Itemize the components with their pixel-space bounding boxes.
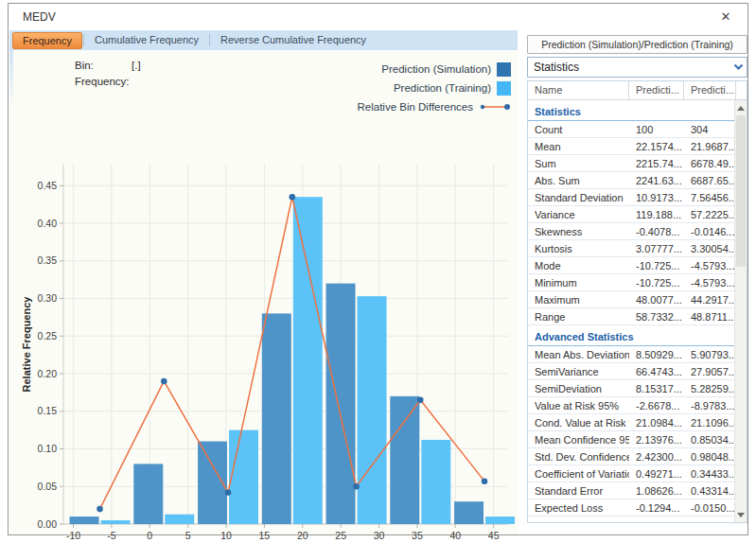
diff-point[interactable] (289, 194, 295, 201)
stat-name-cell: Standard Error (528, 485, 629, 497)
train-bar[interactable] (165, 515, 194, 524)
chart-legend: Prediction (Simulation)Prediction (Train… (303, 60, 511, 116)
table-row[interactable]: Count100304 (528, 121, 734, 138)
stat-name-cell: Abs. Sum (528, 175, 629, 186)
stat-value-cell: 7.56456... (684, 192, 734, 203)
tab-reverse-cumulative-frequency[interactable]: Reverse Cumulative Frequency (211, 32, 376, 48)
scroll-down-icon[interactable] (735, 508, 747, 521)
sim-bar[interactable] (390, 396, 419, 524)
stat-value-cell: 5.90793... (684, 349, 734, 360)
table-row[interactable]: Maximum48.0077...44.2917... (528, 291, 734, 308)
stat-value-cell: -2.6678... (629, 400, 684, 412)
sim-bar[interactable] (262, 313, 291, 524)
train-bar[interactable] (421, 440, 450, 524)
train-bar[interactable] (229, 430, 258, 524)
column-header-1[interactable]: Predicti... (629, 81, 684, 99)
train-bar[interactable] (485, 517, 515, 524)
table-row[interactable]: Sum2215.74...6678.49... (528, 155, 734, 172)
table-row[interactable]: Abs. Sum2241.63...6687.65... (528, 172, 734, 189)
column-header-0[interactable]: Name (528, 81, 629, 99)
x-tick-label: 30 (374, 530, 385, 541)
train-bar[interactable] (358, 296, 387, 524)
x-tick-label: 45 (488, 530, 500, 541)
stat-value-cell: 0.85034... (684, 434, 734, 446)
stat-value-cell: 58.7332... (629, 311, 684, 323)
y-tick-label: 0.40 (38, 218, 58, 229)
table-row[interactable]: Std. Dev. Confidence ...2.42300...0.9804… (528, 448, 734, 465)
stat-value-cell: 0.34433... (684, 468, 734, 480)
diff-point[interactable] (161, 378, 167, 385)
sim-bar[interactable] (326, 284, 356, 524)
frequency-label: Frequency: (75, 76, 124, 87)
tab-frequency[interactable]: Frequency (12, 32, 82, 49)
stat-value-cell: 48.8711... (684, 311, 734, 323)
diff-point[interactable] (225, 489, 232, 496)
sim-bar[interactable] (454, 501, 483, 524)
table-row[interactable]: Skewness-0.4078...-0.0146... (528, 223, 734, 240)
stat-name-cell: Count (528, 124, 629, 135)
legend-item[interactable]: Relative Bin Differences (303, 97, 511, 116)
stat-value-cell: 2215.74... (629, 158, 684, 169)
table-row[interactable]: Variance119.188...57.2225... (528, 206, 734, 223)
diff-point[interactable] (482, 478, 488, 484)
frequency-chart: 0.000.050.100.150.200.250.300.350.400.45… (18, 154, 515, 543)
stat-name-cell: Kurtosis (528, 243, 629, 254)
sim-bar[interactable] (70, 517, 99, 524)
sim-bar[interactable] (133, 464, 163, 524)
column-header-2[interactable]: Predicti... (684, 81, 736, 99)
legend-item[interactable]: Prediction (Training) (303, 79, 511, 97)
chevron-down-icon[interactable] (730, 63, 747, 71)
stat-value-cell: 48.0077... (629, 294, 684, 306)
table-row[interactable]: Kurtosis3.07777...3.30054... (528, 240, 734, 257)
table-row[interactable]: Standard Error1.08626...0.43314... (528, 482, 734, 499)
table-row[interactable]: Minimum-10.725...-4.5793... (528, 274, 734, 291)
table-row[interactable]: Cond. Value at Risk 9...21.0984...21.109… (528, 414, 734, 431)
legend-label: Relative Bin Differences (357, 101, 473, 113)
prediction-header-button[interactable]: Prediction (Simulation)/Prediction (Trai… (527, 35, 747, 54)
table-row[interactable]: Coefficient of Variation0.49271...0.3443… (528, 465, 734, 482)
stat-name-cell: Cond. Value at Risk 9... (528, 417, 629, 429)
table-row[interactable]: Mean22.1574...21.9687... (528, 138, 734, 155)
legend-item[interactable]: Prediction (Simulation) (303, 60, 511, 79)
section-header: Advanced Statistics (528, 325, 734, 346)
stat-name-cell: Expected Loss (528, 502, 629, 514)
table-row[interactable]: Mean Confidence 95%2.13976...0.85034... (528, 431, 734, 448)
table-row[interactable]: Expected Loss-0.1294...-0.0150... (528, 499, 734, 517)
diff-point[interactable] (417, 397, 424, 404)
table-row[interactable]: Standard Deviation10.9173...7.56456... (528, 189, 734, 206)
diff-point[interactable] (97, 506, 103, 513)
table-row[interactable]: SemiDeviation8.15317...5.28259... (528, 380, 734, 397)
stat-value-cell: 0.49271... (629, 468, 684, 480)
diff-point[interactable] (353, 483, 360, 490)
scrollbar-thumb[interactable] (736, 115, 746, 267)
table-scrollbar[interactable] (734, 100, 747, 522)
table-row[interactable]: Value at Risk 95%-2.6678...-8.9783... (528, 397, 734, 414)
stat-value-cell: 8.50929... (629, 349, 684, 360)
train-bar[interactable] (293, 197, 323, 524)
tab-cumulative-frequency[interactable]: Cumulative Frequency (85, 32, 208, 48)
tabbar: FrequencyCumulative FrequencyReverse Cum… (9, 30, 518, 50)
table-row[interactable]: SemiVariance66.4743...27.9057... (528, 363, 734, 380)
close-icon[interactable]: ✕ (717, 9, 734, 26)
stat-name-cell: Maximum (528, 294, 629, 306)
table-row[interactable]: Mode-10.725...-4.5793... (528, 257, 734, 274)
train-bar[interactable] (101, 520, 131, 524)
stat-name-cell: Mean Abs. Deviation (528, 349, 629, 360)
table-row[interactable]: Mean Abs. Deviation8.50929...5.90793... (528, 346, 734, 363)
stat-value-cell: -0.4078... (629, 226, 684, 237)
scroll-up-icon[interactable] (735, 101, 747, 114)
bin-value: [.] (132, 60, 141, 71)
stat-value-cell: 21.1096... (684, 417, 734, 429)
stat-name-cell: Standard Deviation (528, 192, 629, 203)
stat-name-cell: SemiVariance (528, 366, 629, 377)
table-row[interactable]: Range58.7332...48.8711... (528, 308, 734, 325)
stat-value-cell: -0.1294... (629, 502, 684, 514)
stat-value-cell: 66.4743... (629, 366, 684, 377)
statistics-dropdown[interactable]: Statistics (527, 57, 747, 78)
stat-name-cell: SemiDeviation (528, 383, 629, 394)
x-tick-label: 20 (297, 530, 308, 541)
stat-name-cell: Coefficient of Variation (528, 468, 629, 480)
stat-value-cell: 6687.65... (684, 175, 734, 186)
stat-name-cell: Skewness (528, 226, 629, 237)
legend-label: Prediction (Training) (394, 82, 491, 94)
